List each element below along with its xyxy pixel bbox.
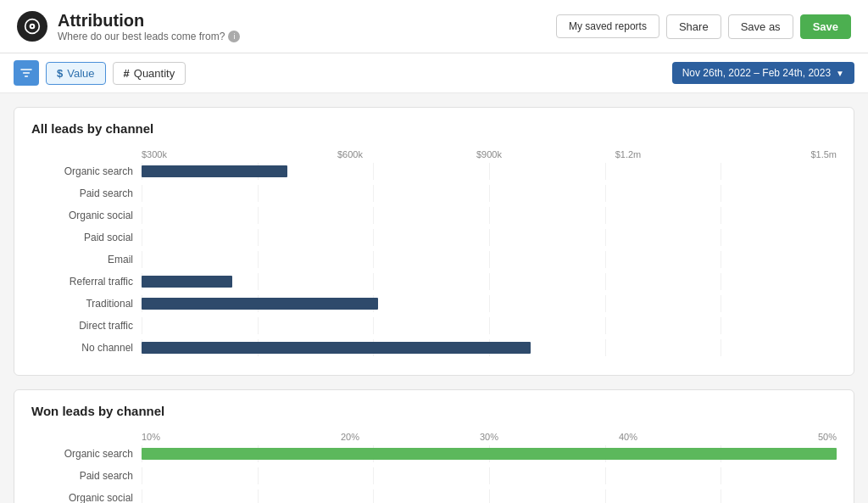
bar-area [142,163,837,180]
table-row: Organic search [31,163,837,180]
bar [142,276,232,288]
chart2-axis: 10% 20% 30% 40% 50% [142,432,837,442]
share-button[interactable]: Share [666,14,721,39]
chart1-rows: Organic searchPaid searchOrganic socialP… [31,163,837,361]
bar-area [142,317,837,334]
chart2-rows: Organic searchPaid searchOrganic socialP… [31,445,837,503]
chart1-axis-label-0: $300k [142,149,281,159]
bar-grid [142,489,837,503]
chevron-down-icon: ▼ [836,69,844,78]
row-label: Referral traffic [31,276,142,288]
bar-area [142,207,837,224]
value-label: Value [67,67,94,80]
svg-point-2 [31,25,34,28]
date-range-button[interactable]: Nov 26th, 2022 – Feb 24th, 2023 ▼ [672,62,854,84]
bar-area [142,251,837,268]
table-row: Referral traffic [31,273,837,290]
filter-icon [19,66,33,80]
bar [142,165,287,177]
toolbar: $ Value # Quantity Nov 26th, 2022 – Feb … [0,53,868,93]
title-block: Attribution Where do our best leads come… [58,10,240,42]
row-label: Traditional [31,298,142,310]
quantity-symbol: # [124,67,130,80]
bar-area [142,273,837,290]
row-label: Paid social [31,232,142,243]
table-row: Organic search [31,445,837,462]
bar-area [142,185,837,202]
chart1-axis-label-2: $900k [420,149,559,159]
won-leads-chart-title: Won leads by channel [31,404,837,418]
bar-area [142,339,837,356]
page-subtitle: Where do our best leads come from? i [58,31,240,42]
bar-area [142,467,837,484]
app-logo [17,11,47,42]
quantity-tab[interactable]: # Quantity [113,62,186,85]
chart1-axis: $300k $600k $900k $1.2m $1.5m [142,149,837,159]
bar-area [142,295,837,312]
info-icon[interactable]: i [228,31,240,42]
page-title: Attribution [58,10,240,31]
table-row: Paid search [31,467,837,484]
date-range-text: Nov 26th, 2022 – Feb 24th, 2023 [682,67,831,79]
row-label: Paid search [31,187,142,199]
bar-grid [142,317,837,334]
value-tab[interactable]: $ Value [46,62,106,85]
all-leads-bar-chart: $300k $600k $900k $1.2m $1.5m Organic se… [31,149,837,361]
toolbar-left: $ Value # Quantity [14,60,186,86]
quantity-label: Quantity [134,67,175,80]
row-label: No channel [31,342,142,354]
row-label: Organic search [31,448,142,460]
header-right: My saved reports Share Save as Save [556,14,851,39]
bar [142,342,531,354]
table-row: Paid search [31,185,837,202]
content-area: All leads by channel $300k $600k $900k $… [0,93,868,503]
chart1-axis-label-3: $1.2m [559,149,698,159]
row-label: Direct traffic [31,320,142,332]
bar [142,298,378,310]
bar-grid [142,251,837,268]
bar-grid [142,207,837,224]
chart2-axis-label-1: 20% [281,432,420,442]
filter-button[interactable] [14,60,39,86]
page-header: Attribution Where do our best leads come… [0,0,868,53]
header-left: Attribution Where do our best leads come… [17,10,240,42]
chart1-axis-label-1: $600k [281,149,420,159]
bar-area [142,445,837,462]
bar-grid [142,273,837,290]
won-leads-chart-card: Won leads by channel 10% 20% 30% 40% 50%… [14,389,854,503]
table-row: Paid social [31,229,837,246]
chart2-axis-label-0: 10% [142,432,281,442]
table-row: Email [31,251,837,268]
row-label: Organic social [31,210,142,221]
chart1-axis-label-4: $1.5m [698,149,837,159]
chart2-axis-label-2: 30% [420,432,559,442]
table-row: Direct traffic [31,317,837,334]
chart2-axis-label-4: 50% [698,432,837,442]
row-label: Organic search [31,165,142,177]
bar-grid [142,185,837,202]
table-row: Organic social [31,207,837,224]
table-row: No channel [31,339,837,356]
row-label: Email [31,254,142,265]
save-button[interactable]: Save [800,14,851,39]
row-label: Paid search [31,470,142,482]
my-saved-reports-button[interactable]: My saved reports [556,14,659,38]
save-as-button[interactable]: Save as [728,14,793,39]
bar-grid [142,467,837,484]
bar-area [142,229,837,246]
bar-area [142,489,837,503]
table-row: Organic social [31,489,837,503]
chart2-axis-label-3: 40% [559,432,698,442]
value-symbol: $ [57,67,63,80]
table-row: Traditional [31,295,837,312]
won-leads-bar-chart: 10% 20% 30% 40% 50% Organic searchPaid s… [31,432,837,503]
all-leads-chart-title: All leads by channel [31,121,837,136]
bar-grid [142,229,837,246]
bar [142,448,837,460]
all-leads-chart-card: All leads by channel $300k $600k $900k $… [14,107,854,376]
row-label: Organic social [31,492,142,503]
